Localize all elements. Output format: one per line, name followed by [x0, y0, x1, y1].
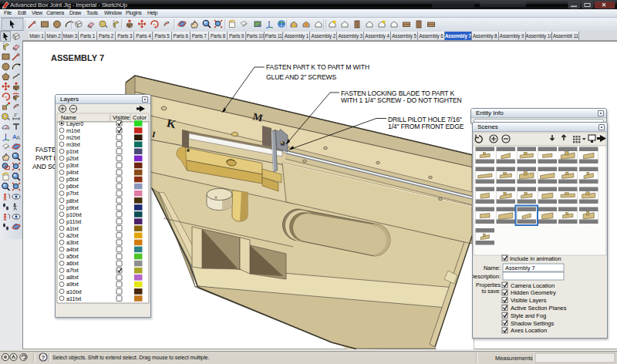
svg-text:WITH 1 1/4" SCREW - DO NOT TIG: WITH 1 1/4" SCREW - DO NOT TIGHTEN [341, 96, 462, 104]
svg-text:m2txt: m2txt [66, 134, 80, 141]
svg-text:GLUE AND 2" SCREWS: GLUE AND 2" SCREWS [266, 73, 337, 81]
svg-text:Select objects. Shift to exten: Select objects. Shift to extend select. … [52, 355, 210, 361]
svg-text:ASSEMBLY 7: ASSEMBLY 7 [51, 53, 104, 62]
svg-text:p10txt: p10txt [66, 211, 82, 218]
svg-text:p4txt: p4txt [66, 169, 79, 176]
svg-text:3": 3" [14, 113, 18, 117]
svg-text:to save:: to save: [481, 288, 501, 294]
svg-text:m3txt: m3txt [66, 141, 80, 148]
svg-text:Visible: Visible [113, 114, 130, 121]
svg-text:Include in animation: Include in animation [510, 255, 561, 262]
svg-text:?: ? [42, 354, 46, 361]
svg-text:Camera Location: Camera Location [511, 282, 555, 289]
svg-text:Properties: Properties [476, 282, 501, 288]
svg-text:a11txt: a11txt [66, 295, 81, 302]
svg-text:p3txt: p3txt [66, 162, 79, 169]
svg-text:p6txt: p6txt [66, 183, 79, 190]
svg-text:Name:: Name: [484, 265, 501, 271]
svg-text:Layer0: Layer0 [66, 120, 83, 127]
svg-text:Assembly 7: Assembly 7 [505, 265, 535, 271]
svg-text:a1txt: a1txt [66, 225, 79, 232]
svg-text:a9txt: a9txt [66, 281, 79, 288]
svg-text:a2txt: a2txt [66, 232, 79, 239]
svg-text:Hidden Geometry: Hidden Geometry [511, 289, 556, 296]
svg-text:p2txt: p2txt [66, 155, 79, 162]
svg-text:a4txt: a4txt [66, 246, 79, 253]
svg-text:A: A [16, 135, 20, 140]
svg-text:p8txt: p8txt [66, 197, 79, 204]
svg-text:a5txt: a5txt [66, 253, 79, 260]
svg-text:p11txt: p11txt [66, 218, 81, 225]
svg-text:Measurements: Measurements [495, 355, 533, 362]
svg-text:Color: Color [133, 114, 147, 121]
svg-text:Description:: Description: [473, 273, 501, 280]
svg-text:p1txt: p1txt [66, 148, 79, 155]
svg-text:a10txt: a10txt [66, 288, 82, 295]
svg-text:a6txt: a6txt [66, 260, 79, 267]
svg-text:a7txt: a7txt [66, 267, 79, 274]
svg-text:p9txt: p9txt [66, 204, 79, 211]
svg-text:Visible Layers: Visible Layers [511, 297, 547, 304]
svg-text:AND SC: AND SC [32, 163, 57, 170]
svg-text:1/4" FROM FRONT EDGE: 1/4" FROM FRONT EDGE [388, 123, 464, 130]
svg-text:Axes Location: Axes Location [511, 327, 547, 334]
svg-text:a8txt: a8txt [66, 274, 79, 281]
svg-text:m1txt: m1txt [66, 127, 80, 134]
svg-text:FASTEN PART K TO PART M WITH: FASTEN PART K TO PART M WITH [266, 63, 369, 71]
svg-text:Style and Fog: Style and Fog [511, 312, 546, 319]
svg-text:a3txt: a3txt [66, 239, 79, 246]
svg-text:Active Section Planes: Active Section Planes [511, 305, 567, 312]
svg-text:Shadow Settings: Shadow Settings [511, 320, 555, 327]
svg-text:p7txt: p7txt [66, 190, 79, 197]
svg-text:p5txt: p5txt [66, 176, 79, 183]
